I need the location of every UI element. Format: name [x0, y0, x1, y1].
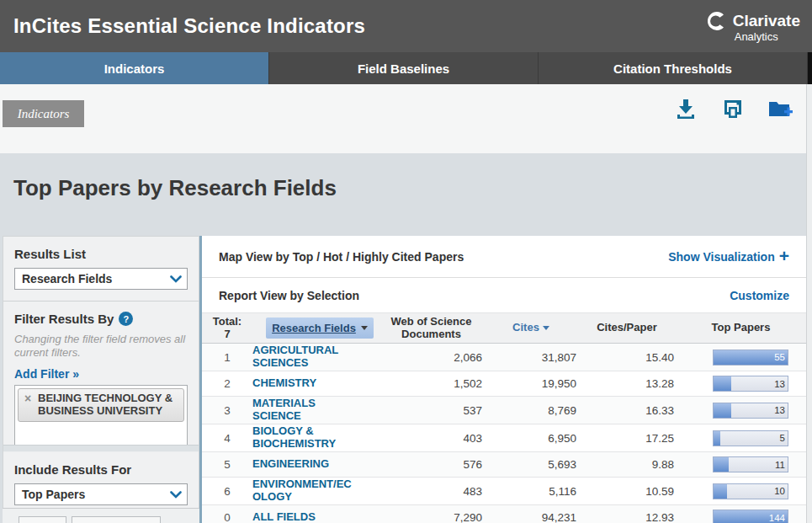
col-cites-label: Cites — [512, 322, 539, 334]
cites-per-paper-cell: 16.33 — [578, 404, 676, 417]
top-papers-cell: 144 — [676, 510, 806, 523]
breadcrumb[interactable]: Indicators — [3, 100, 84, 127]
bar-fill — [714, 484, 727, 499]
table-row: 2CHEMISTRY1,50219,95013.2813 — [202, 371, 806, 397]
top-papers-bar: 10 — [713, 483, 788, 499]
map-view-value: Top / Hot / Highly Cited Papers — [293, 250, 464, 264]
field-link[interactable]: BIOLOGY & BIOCHEMISTRY — [252, 425, 355, 451]
bar-fill — [714, 457, 729, 472]
cites-cell: 6,950 — [484, 432, 578, 445]
show-visualization-link[interactable]: Show Visualization + — [668, 248, 789, 264]
research-fields-select[interactable]: Research Fields — [266, 318, 374, 339]
sidebar-footer-button[interactable] — [19, 516, 66, 523]
rank-cell: 0 — [202, 511, 252, 523]
include-results-label: Include Results For — [14, 462, 188, 477]
bar-value: 13 — [774, 376, 785, 391]
main-tabs: Indicators Field Baselines Citation Thre… — [0, 52, 812, 84]
top-papers-cell: 55 — [676, 350, 806, 366]
docs-cell: 537 — [379, 404, 484, 417]
filter-note: Changing the filter field removes all cu… — [14, 333, 188, 360]
clarivate-logo: Clarivate Analytics — [706, 10, 800, 43]
bar-value: 144 — [769, 510, 785, 523]
remove-filter-icon[interactable]: × — [24, 392, 31, 406]
sidebar-footer-button[interactable] — [72, 516, 161, 523]
rank-cell: 6 — [202, 485, 252, 498]
map-view-bar: Map View by Top / Hot / Highly Cited Pap… — [202, 236, 806, 278]
bar-value: 11 — [775, 457, 785, 472]
help-icon[interactable]: ? — [119, 312, 133, 326]
bar-fill — [714, 376, 731, 391]
chevron-down-icon — [165, 491, 187, 499]
rank-cell: 2 — [202, 377, 252, 390]
page-title: Top Papers by Research Fields — [13, 175, 337, 201]
field-link[interactable]: ALL FIELDS — [252, 511, 355, 523]
table-row: 0ALL FIELDS7,29094,23112.93144 — [202, 505, 806, 523]
col-cites-per-paper: Cites/Paper — [578, 322, 676, 334]
bar-value: 55 — [774, 350, 785, 365]
results-list-select[interactable]: Research Fields — [14, 268, 188, 290]
docs-cell: 2,066 — [379, 351, 484, 364]
top-papers-cell: 11 — [676, 456, 806, 472]
total-count: Total: 7 — [202, 316, 252, 341]
field-link[interactable]: ENVIRONMENT/ECOLOGY — [252, 478, 355, 504]
field-link[interactable]: AGRICULTURAL SCIENCES — [252, 344, 355, 370]
customize-link[interactable]: Customize — [730, 289, 789, 302]
rank-cell: 3 — [202, 404, 252, 417]
table-row: 4BIOLOGY & BIOCHEMISTRY4036,95017.255 — [202, 424, 806, 452]
add-folder-icon[interactable] — [767, 96, 793, 121]
report-view-value: Selection — [307, 289, 359, 302]
bar-fill — [714, 431, 720, 446]
bar-fill — [714, 403, 731, 418]
field-link[interactable]: ENGINEERING — [252, 458, 355, 471]
filter-chip[interactable]: × BEIJING TECHNOLOGY & BUSINESS UNIVERSI… — [18, 388, 184, 422]
filter-chip-label: BEIJING TECHNOLOGY & BUSINESS UNIVERSITY — [38, 392, 172, 418]
table-row: 6ENVIRONMENT/ECOLOGY4835,11610.5910 — [202, 478, 806, 505]
sidebar-divider — [3, 445, 199, 452]
cites-per-paper-cell: 12.93 — [578, 511, 676, 523]
customize-label: Customize — [730, 289, 789, 302]
field-link[interactable]: CHEMISTRY — [252, 377, 355, 390]
top-papers-cell: 5 — [676, 430, 806, 446]
top-papers-bar: 55 — [713, 350, 788, 366]
rank-cell: 1 — [202, 351, 252, 364]
caret-down-icon — [361, 326, 368, 330]
cites-cell: 5,116 — [484, 485, 578, 498]
top-papers-bar: 144 — [713, 510, 788, 523]
download-icon[interactable] — [673, 96, 698, 121]
top-papers-cell: 10 — [676, 483, 806, 499]
brand-sub: Analytics — [735, 30, 778, 43]
rank-cell: 4 — [202, 432, 252, 445]
cites-per-paper-cell: 10.59 — [578, 485, 676, 498]
cites-cell: 8,769 — [484, 404, 578, 417]
col-cites-sort[interactable]: Cites — [484, 322, 578, 334]
bar-value: 13 — [774, 403, 785, 418]
table-row: 1AGRICULTURAL SCIENCES2,06631,80715.4055 — [202, 344, 806, 371]
sidebar: Results List Research Fields Filter Resu… — [3, 236, 199, 523]
tab-indicators[interactable]: Indicators — [0, 52, 269, 84]
top-papers-cell: 13 — [676, 403, 806, 419]
toolbar: Indicators — [0, 84, 806, 153]
top-papers-bar: 13 — [713, 403, 788, 419]
bar-value: 5 — [780, 431, 785, 446]
tab-field-baselines[interactable]: Field Baselines — [269, 52, 539, 84]
page-scrollbar[interactable] — [806, 84, 812, 523]
cites-cell: 19,950 — [484, 377, 578, 390]
chevron-down-icon — [165, 275, 187, 283]
include-results-value: Top Papers — [22, 488, 85, 501]
tab-citation-thresholds[interactable]: Citation Thresholds — [539, 52, 808, 84]
add-filter-link[interactable]: Add Filter » — [14, 367, 79, 381]
col-top-papers: Top Papers — [676, 322, 806, 334]
filter-list: × BEIJING TECHNOLOGY & BUSINESS UNIVERSI… — [14, 385, 188, 449]
print-icon[interactable] — [720, 96, 746, 121]
top-papers-bar: 11 — [713, 456, 788, 472]
cites-per-paper-cell: 13.28 — [578, 377, 676, 390]
docs-cell: 403 — [379, 432, 484, 445]
report-view-bar: Report View by Selection Customize — [202, 278, 806, 312]
app-title: InCites Essential Science Indicators — [13, 14, 365, 38]
plus-icon: + — [779, 247, 789, 264]
cites-per-paper-cell: 15.40 — [578, 351, 676, 364]
field-link[interactable]: MATERIALS SCIENCE — [252, 398, 355, 423]
show-visualization-label: Show Visualization — [668, 250, 775, 264]
include-results-select[interactable]: Top Papers — [14, 483, 188, 505]
top-papers-bar: 13 — [713, 376, 788, 392]
